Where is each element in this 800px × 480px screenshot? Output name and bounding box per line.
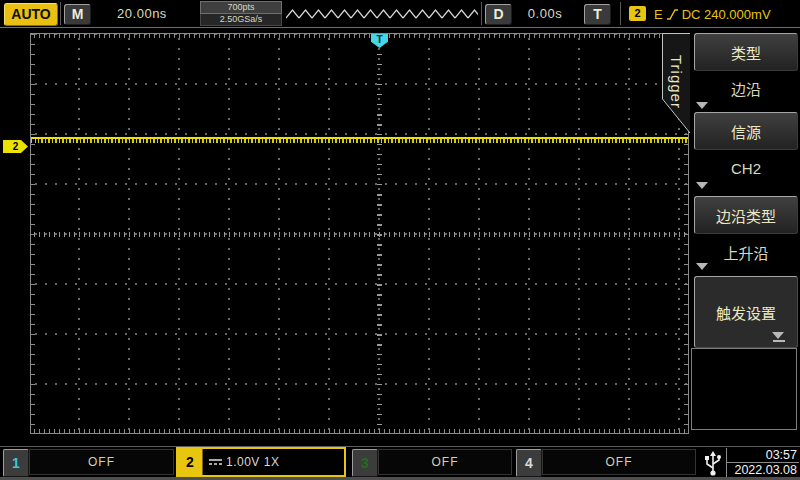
chevron-down-icon (696, 182, 708, 189)
trigger-source-badge: 2 (629, 6, 646, 21)
ch2-trace-noise (31, 139, 688, 143)
oscilloscope-screen: AUTO M 20.00ns 700pts 2.50GSa/s D 0.00s … (0, 0, 800, 480)
acquisition-info-box: 700pts 2.50GSa/s (200, 1, 282, 26)
chevron-down-icon (696, 102, 708, 109)
timebase-badge: M (64, 4, 91, 25)
trigger-coupling-level: DC 240.000mV (682, 7, 771, 22)
divider (481, 2, 482, 25)
menu-value-edge-type[interactable]: 上升沿 (694, 235, 798, 269)
menu-empty-region (691, 348, 797, 430)
clock: 03:57 2022.03.08 (726, 448, 799, 477)
menu-tab-label: Trigger (663, 36, 689, 128)
record-length-readout: 700pts (200, 1, 282, 14)
ch2-volts-per-div: 1.00V (226, 455, 260, 469)
ch2-status-cell[interactable]: 2 1.00V 1X (176, 447, 346, 477)
menu-item-edge-type[interactable]: 边沿类型 (694, 196, 798, 234)
time-readout: 03:57 (727, 448, 799, 462)
status-bar: AUTO M 20.00ns 700pts 2.50GSa/s D 0.00s … (0, 0, 800, 28)
ch3-status[interactable]: OFF (378, 449, 512, 475)
ch2-scale-readout: 1.00V 1X (226, 455, 279, 469)
acquisition-mode-indicator: AUTO (4, 3, 58, 26)
divider (620, 2, 621, 25)
horizontal-delay-readout: 0.00s (514, 6, 576, 21)
sample-rate-readout: 2.50GSa/s (200, 14, 282, 26)
usb-icon (702, 449, 724, 477)
ch2-badge[interactable]: 2 (178, 449, 203, 475)
trigger-edge-label: E (654, 7, 663, 22)
ch1-status[interactable]: OFF (29, 449, 174, 475)
date-readout: 2022.03.08 (727, 462, 799, 477)
waveform-preview-icon (286, 7, 478, 21)
ch4-badge[interactable]: 4 (516, 449, 542, 477)
trigger-settings-readout: E DC 240.000mV (654, 6, 771, 22)
ch2-probe-ratio: 1X (264, 455, 280, 469)
menu-value-source[interactable]: CH2 (694, 151, 798, 185)
waveform-display (30, 33, 689, 434)
chevron-down-icon (696, 263, 708, 270)
menu-value-type[interactable]: 边沿 (694, 71, 798, 105)
menu-item-source[interactable]: 信源 (694, 112, 798, 150)
divider (60, 2, 61, 25)
timebase-readout: 20.00ns (96, 6, 188, 21)
more-options-icon (772, 332, 786, 342)
horizontal-delay-badge: D (485, 4, 512, 25)
menu-item-type[interactable]: 类型 (694, 33, 798, 71)
ch2-position-marker[interactable]: 2 (3, 140, 28, 153)
trigger-badge: T (584, 4, 611, 25)
ch4-status[interactable]: OFF (542, 449, 696, 475)
rising-edge-icon (666, 7, 679, 21)
ch3-badge[interactable]: 3 (352, 449, 378, 477)
dc-coupling-icon (209, 459, 222, 465)
ch1-badge[interactable]: 1 (3, 449, 29, 477)
